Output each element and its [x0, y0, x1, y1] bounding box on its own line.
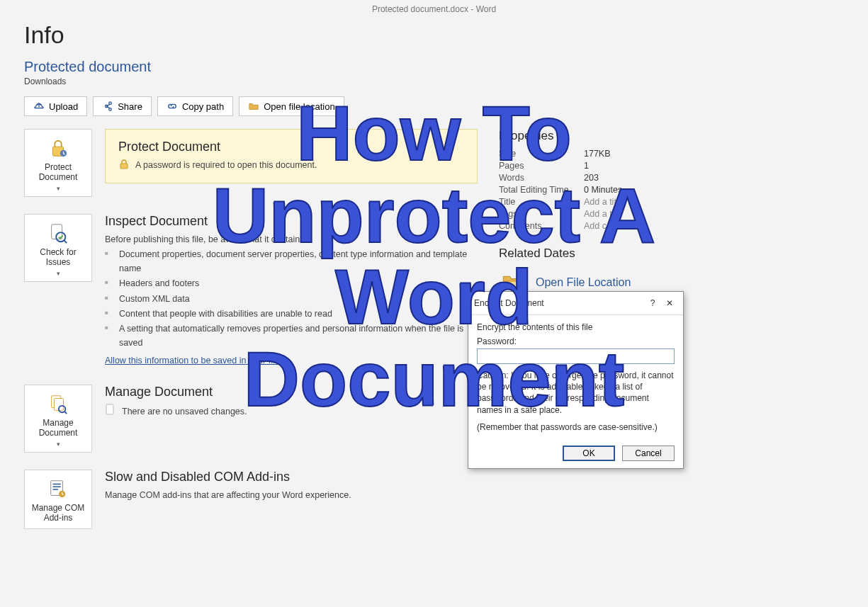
link-icon	[167, 101, 178, 112]
protect-message: A password is required to open this docu…	[135, 159, 317, 172]
upload-icon	[33, 101, 45, 112]
inspect-item: Headers and footers	[105, 277, 478, 290]
password-label: Password:	[477, 336, 675, 346]
open-location-label: Open file location	[264, 101, 334, 112]
prop-key: Words	[499, 173, 584, 183]
manage-doc-label: Manage Document	[28, 418, 89, 438]
chevron-down-icon: ▾	[57, 185, 60, 192]
document-icon	[105, 404, 116, 419]
protect-button-label: Protect Document	[28, 162, 89, 182]
prop-value: 0 Minutes	[584, 185, 622, 195]
addins-title: Slow and Disabled COM Add-ins	[105, 470, 478, 484]
prop-value: 1	[584, 161, 589, 171]
prop-key: Pages	[499, 161, 584, 171]
inspect-item: Content that people with disabilities ar…	[105, 307, 478, 321]
protect-document-button[interactable]: Protect Document ▾	[24, 129, 92, 197]
manage-doc-icon	[47, 392, 69, 415]
inspect-item: A setting that automatically removes pro…	[105, 322, 478, 350]
share-button[interactable]: Share	[93, 96, 152, 116]
addins-section: Manage COM Add-ins Slow and Disabled COM…	[24, 470, 478, 529]
related-dates-header: Related Dates	[499, 246, 726, 261]
check-issues-button[interactable]: Check for Issues ▾	[24, 214, 92, 282]
ok-button[interactable]: OK	[563, 446, 615, 461]
dialog-title: Encrypt Document	[474, 298, 544, 308]
inspect-item: Custom XML data	[105, 293, 478, 306]
properties-header[interactable]: Properties ▾	[499, 129, 726, 143]
help-button[interactable]: ?	[645, 296, 660, 310]
prop-key: Title	[499, 197, 584, 207]
cancel-button[interactable]: Cancel	[622, 446, 675, 461]
inspect-item: Document properties, document server pro…	[105, 248, 478, 276]
chevron-down-icon: ▾	[57, 441, 60, 448]
inspect-icon	[47, 222, 69, 244]
allow-save-link[interactable]: Allow this information to be saved in yo…	[105, 354, 280, 368]
check-issues-label: Check for Issues	[28, 247, 89, 267]
inspect-list: Document properties, document server pro…	[105, 248, 478, 350]
folder-icon	[248, 101, 259, 112]
svg-rect-8	[106, 404, 113, 414]
page-title: Info	[0, 18, 868, 59]
share-icon	[102, 101, 113, 112]
addins-label: Manage COM Add-ins	[28, 503, 89, 523]
info-toolbar: Upload Share Copy path Open file locatio…	[0, 96, 868, 129]
prop-key: Total Editing Time	[499, 185, 584, 195]
manage-com-addins-button[interactable]: Manage COM Add-ins	[24, 470, 92, 529]
manage-title: Manage Document	[105, 385, 478, 399]
dialog-note2: (Remember that passwords are case-sensit…	[477, 421, 675, 433]
dialog-subtitle: Encrypt the contents of this file	[477, 322, 675, 332]
dialog-caution: Caution: If you lose or forget the passw…	[477, 370, 675, 416]
window-title: Protected document.docx - Word	[0, 0, 868, 18]
close-button[interactable]: ✕	[662, 296, 677, 310]
document-path: Downloads	[0, 76, 868, 96]
prop-value[interactable]: Add a title	[584, 197, 624, 207]
prop-key: Comments	[499, 221, 584, 231]
inspect-intro: Before publishing this file, be aware th…	[105, 233, 478, 246]
inspect-title: Inspect Document	[105, 214, 478, 229]
prop-value: 203	[584, 173, 599, 183]
copy-path-label: Copy path	[182, 101, 224, 112]
upload-label: Upload	[49, 101, 78, 112]
password-input[interactable]	[477, 348, 675, 364]
prop-value[interactable]: Add comments	[584, 221, 643, 231]
prop-value: 177KB	[584, 149, 611, 159]
svg-rect-2	[120, 164, 128, 169]
open-location-button[interactable]: Open file location	[239, 96, 344, 116]
prop-key: Tags	[499, 209, 584, 219]
copy-path-button[interactable]: Copy path	[157, 96, 233, 116]
document-name: Protected document	[0, 59, 868, 76]
prop-key: Size	[499, 149, 584, 159]
chevron-down-icon: ▾	[57, 270, 60, 277]
upload-button[interactable]: Upload	[24, 96, 87, 116]
open-file-location-link[interactable]: Open File Location	[536, 276, 631, 289]
addins-message: Manage COM add-ins that are affecting yo…	[105, 489, 478, 502]
chevron-down-icon: ▾	[556, 132, 560, 140]
manage-document-button[interactable]: Manage Document ▾	[24, 385, 92, 453]
manage-message: There are no unsaved changes.	[122, 405, 247, 419]
lock-icon	[47, 137, 69, 159]
share-label: Share	[118, 101, 142, 112]
protect-title: Protect Document	[118, 140, 464, 154]
prop-value[interactable]: Add a tag	[584, 209, 622, 219]
lock-small-icon	[118, 159, 130, 173]
manage-section: Manage Document ▾ Manage Document There …	[24, 385, 478, 453]
encrypt-document-dialog: Encrypt Document ? ✕ Encrypt the content…	[468, 291, 684, 469]
inspect-section: Check for Issues ▾ Inspect Document Befo…	[24, 214, 478, 368]
protect-section: Protect Document ▾ Protect Document A pa…	[24, 129, 478, 197]
addins-icon	[47, 477, 69, 500]
